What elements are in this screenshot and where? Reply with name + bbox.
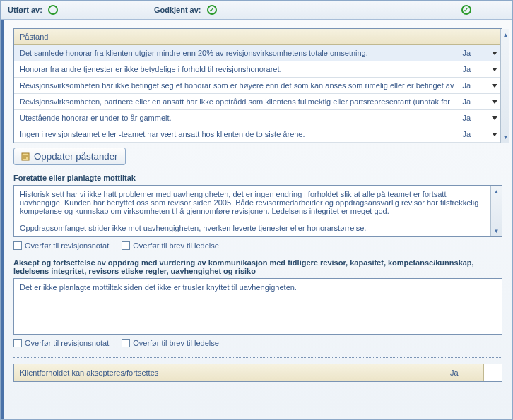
footer-answer-dropdown[interactable]: Ja: [444, 364, 483, 381]
checkbox-icon: [122, 339, 130, 347]
statement-cell: Utestående honorar er under to år gammel…: [14, 110, 459, 126]
chevron-down-icon: [492, 52, 497, 55]
transfer-letter-checkbox-2[interactable]: Overfør til brev til ledelse: [122, 339, 219, 347]
section2-textarea[interactable]: Det er ikke planlagte mottiltak siden de…: [14, 279, 502, 334]
table-row[interactable]: Utestående honorar er under to år gammel…: [14, 110, 500, 126]
section1-textarea[interactable]: Historisk sett har vi ikke hatt probleme…: [14, 186, 490, 236]
table-row[interactable]: Honorar fra andre tjenester er ikke bety…: [14, 61, 500, 78]
statement-cell: Ingen i revisjonsteamet eller -teamet ha…: [14, 126, 459, 142]
col-header-statement: Påstand: [14, 29, 459, 44]
answer-dropdown[interactable]: Ja: [459, 110, 500, 126]
statement-cell: Revisjonsvirksomheten har ikke betinget …: [14, 78, 459, 93]
transfer-letter-label: Overfør til brev til ledelse: [133, 241, 219, 250]
transfer-letter-checkbox[interactable]: Overfør til brev til ledelse: [122, 241, 219, 250]
section1-scrollbar[interactable]: ▲ ▼: [490, 186, 502, 236]
divider: [13, 357, 502, 358]
chevron-down-icon: [492, 68, 497, 71]
answer-value: Ja: [462, 65, 471, 73]
col-header-answer: [459, 29, 500, 44]
table-row[interactable]: Revisjonsvirksomheten, partnere eller en…: [14, 94, 500, 110]
scroll-up-icon[interactable]: ▲: [493, 187, 501, 196]
approved-status-icon: [207, 5, 217, 15]
statement-cell: Honorar fra andre tjenester er ikke bety…: [14, 61, 459, 77]
answer-value: Ja: [462, 97, 471, 106]
table-scrollbar[interactable]: ▲ ▼: [500, 29, 509, 143]
checkbox-icon: [13, 241, 22, 250]
answer-dropdown[interactable]: Ja: [459, 78, 500, 93]
scroll-down-icon[interactable]: ▼: [493, 227, 501, 235]
answer-dropdown[interactable]: Ja: [459, 126, 500, 142]
section1-textarea-wrap: Historisk sett har vi ikke hatt probleme…: [13, 185, 502, 237]
transfer-letter-label-2: Overfør til brev til ledelse: [133, 339, 219, 347]
refresh-icon: [21, 152, 30, 161]
table-row[interactable]: Revisjonsvirksomheten har ikke betinget …: [14, 78, 500, 94]
approved-by-label: Godkjent av:: [154, 6, 201, 14]
update-statements-button[interactable]: Oppdater påstander: [13, 148, 126, 165]
chevron-down-icon: [492, 84, 497, 88]
answer-value: Ja: [462, 81, 471, 90]
content-area: Påstand Det samlede honorar fra klienten…: [1, 20, 512, 419]
footer-empty-cell: [483, 364, 502, 381]
section2-title: Aksept og fortsettelse av oppdrag med vu…: [13, 258, 502, 275]
transfer-note-label: Overfør til revisjonsnotat: [25, 241, 109, 250]
table-header: Påstand: [14, 29, 500, 45]
performed-status-icon: [48, 5, 58, 15]
answer-dropdown[interactable]: Ja: [459, 45, 500, 61]
answer-value: Ja: [462, 49, 471, 57]
checkbox-icon: [122, 241, 130, 250]
performed-by-label: Utført av:: [8, 6, 42, 14]
checkbox-icon: [13, 339, 22, 347]
table-row[interactable]: Det samlede honorar fra klienten utgjør …: [14, 45, 500, 61]
section2-textarea-wrap: Det er ikke planlagte mottiltak siden de…: [13, 278, 502, 335]
approved-status-icon-2: [461, 5, 471, 15]
transfer-note-label-2: Overfør til revisjonsnotat: [25, 339, 109, 347]
statement-cell: Det samlede honorar fra klienten utgjør …: [14, 45, 459, 61]
statements-table: Påstand Det samlede honorar fra klienten…: [13, 28, 502, 143]
answer-value: Ja: [462, 114, 471, 122]
transfer-note-checkbox-2[interactable]: Overfør til revisjonsnotat: [13, 339, 109, 347]
footer-row: Klientforholdet kan aksepteres/fortsette…: [13, 364, 502, 382]
answer-dropdown[interactable]: Ja: [459, 61, 500, 77]
answer-dropdown[interactable]: Ja: [459, 94, 500, 109]
section1-title: Foretatte eller planlagte mottiltak: [13, 174, 502, 182]
chevron-down-icon: [492, 116, 497, 120]
chevron-down-icon: [492, 133, 497, 136]
transfer-note-checkbox[interactable]: Overfør til revisjonsnotat: [13, 241, 109, 250]
footer-label: Klientforholdet kan aksepteres/fortsette…: [14, 364, 444, 381]
scroll-up-icon[interactable]: ▲: [501, 30, 509, 39]
chevron-down-icon: [492, 100, 497, 104]
table-row[interactable]: Ingen i revisjonsteamet eller -teamet ha…: [14, 126, 500, 143]
update-statements-label: Oppdater påstander: [34, 151, 118, 162]
statement-cell: Revisjonsvirksomheten, partnere eller en…: [14, 94, 459, 109]
answer-value: Ja: [462, 130, 471, 138]
topbar: Utført av: Godkjent av:: [1, 1, 512, 20]
scroll-down-icon[interactable]: ▼: [501, 133, 509, 141]
